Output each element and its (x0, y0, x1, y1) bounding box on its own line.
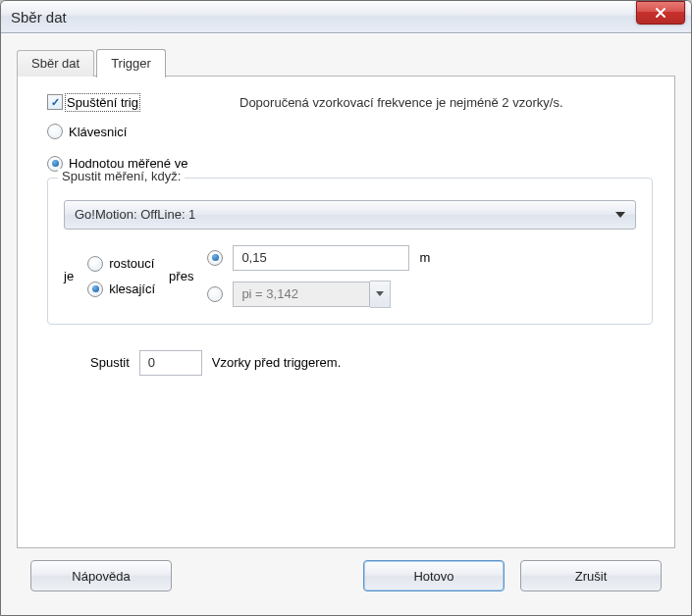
chevron-down-icon (376, 291, 384, 296)
expression-value-text: pi = 3,142 (241, 286, 297, 301)
dialog-window: Sběr dat Sběr dat Trigger ✓ Spuštění tri… (0, 0, 692, 616)
help-button[interactable]: Nápověda (30, 560, 172, 591)
radio-dot-icon (207, 286, 223, 302)
done-button[interactable]: Hotovo (363, 560, 505, 591)
enable-trigger-label: Spuštění trig (67, 95, 138, 110)
tabstrip: Sběr dat Trigger (17, 48, 675, 77)
radio-dot-icon (47, 124, 63, 139)
close-button[interactable] (636, 1, 685, 25)
radio-dot-icon (87, 282, 103, 297)
spacer (187, 560, 347, 591)
pretrigger-label-1: Spustit (90, 355, 130, 370)
radio-rising-label: rostoucí (109, 256, 154, 271)
radio-dot-icon (207, 250, 223, 266)
radio-threshold-value[interactable] (207, 250, 223, 266)
radio-falling-label: klesající (109, 282, 155, 296)
tab-page-trigger: ✓ Spuštění trig Klávesnicí Doporučená vz… (17, 76, 675, 548)
close-icon (655, 7, 666, 19)
expression-combo-button[interactable] (370, 281, 391, 308)
group-legend: Spustit měření, když: (58, 169, 185, 183)
source-selected-label: Go!Motion: OffLine: 1 (75, 207, 195, 222)
window-title: Sběr dat (11, 9, 636, 26)
radio-keyboard-label: Klávesnicí (69, 125, 127, 139)
pres-label: přes (169, 269, 193, 283)
tab-trigger[interactable]: Trigger (96, 49, 166, 77)
done-button-label: Hotovo (413, 569, 453, 584)
pretrigger-row: Spustit 0 Vzorky před triggerem. (90, 350, 653, 376)
radio-falling[interactable]: klesající (87, 282, 155, 297)
tab-label: Trigger (111, 56, 151, 71)
tab-data-collection[interactable]: Sběr dat (17, 50, 94, 77)
threshold-input[interactable]: 0,15 (233, 245, 409, 271)
pretrigger-samples-input[interactable]: 0 (139, 350, 202, 376)
checkbox-box-icon: ✓ (47, 94, 63, 110)
radio-threshold-expression[interactable] (207, 286, 223, 302)
radio-rising[interactable]: rostoucí (87, 256, 155, 272)
tab-label: Sběr dat (31, 56, 80, 71)
threshold-unit: m (419, 250, 430, 265)
pretrigger-samples-value: 0 (148, 355, 155, 370)
group-start-when: Spustit měření, když: Go!Motion: OffLine… (47, 178, 653, 325)
cancel-button-label: Zrušit (575, 569, 608, 584)
button-bar: Nápověda Hotovo Zrušit (17, 548, 675, 605)
help-button-label: Nápověda (72, 569, 130, 584)
radio-dot-icon (87, 256, 103, 272)
cancel-button[interactable]: Zrušit (520, 560, 662, 591)
enable-trigger-checkbox[interactable]: ✓ Spuštění trig (47, 94, 214, 110)
radio-keyboard[interactable]: Klávesnicí (47, 124, 214, 139)
threshold-value-text: 0,15 (241, 250, 266, 265)
expression-combo[interactable]: pi = 3,142 (233, 282, 370, 307)
chevron-down-icon (615, 212, 625, 218)
source-dropdown[interactable]: Go!Motion: OffLine: 1 (64, 200, 636, 230)
je-label: je (64, 269, 74, 283)
pretrigger-label-2: Vzorky před triggerem. (212, 355, 342, 370)
titlebar: Sběr dat (1, 1, 691, 33)
sampling-hint: Doporučená vzorkovací frekvence je nejmé… (240, 94, 563, 113)
client-area: Sběr dat Trigger ✓ Spuštění trig Klávesn… (1, 33, 691, 615)
